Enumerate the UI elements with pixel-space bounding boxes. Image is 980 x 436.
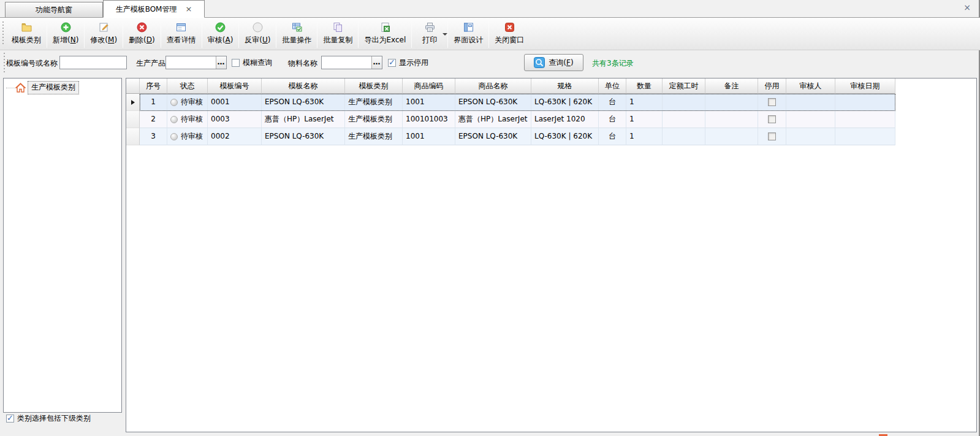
material-filter-label: 物料名称 — [288, 58, 317, 69]
column-header-spec[interactable]: 规格 — [531, 78, 599, 94]
delete-icon — [137, 22, 147, 33]
cell-product_code: 100101003 — [403, 111, 455, 128]
folder-icon — [21, 22, 32, 33]
cell-product_name: EPSON LQ-630K — [455, 128, 531, 145]
cell-disabled — [758, 111, 786, 128]
column-header-audit_date[interactable]: 审核日期 — [835, 78, 895, 94]
include-subcategory-option: 类别选择包括下级类别 — [6, 413, 91, 424]
cell-disabled — [758, 94, 786, 111]
record-count: 共有3条记录 — [592, 58, 634, 69]
show-disabled-checkbox[interactable] — [388, 59, 396, 67]
view-details-button[interactable]: 查看详情 — [161, 19, 202, 48]
batch-copy-button[interactable]: 批量复制 — [317, 19, 358, 48]
cell-status: 待审核 — [167, 94, 208, 111]
cell-audit_date — [835, 94, 895, 111]
search-button-label: 查询(F) — [549, 58, 573, 68]
audit-button[interactable]: 审核(A) — [202, 19, 239, 48]
cell-unit: 台 — [599, 94, 626, 111]
column-header-auditor[interactable]: 审核人 — [786, 78, 835, 94]
cell-auditor — [786, 111, 835, 128]
cell-product_code: 1001 — [403, 94, 455, 111]
tab-function-nav[interactable]: 功能导航窗 — [5, 2, 103, 17]
grid-corner-cell — [126, 78, 140, 94]
ui-design-icon — [463, 22, 474, 33]
material-lookup-button[interactable]: … — [371, 56, 382, 69]
grid-body: 1待审核0001EPSON LQ-630K生产模板类别1001EPSON LQ-… — [126, 94, 976, 145]
tab-bom-management[interactable]: 生产模板BOM管理× — [103, 0, 205, 18]
add-button[interactable]: 新增(N) — [47, 19, 84, 48]
table-row[interactable]: 2待审核0003惠普（HP）LaserJet生产模板类别100101003惠普（… — [126, 111, 976, 128]
home-icon — [15, 83, 26, 93]
column-header-category[interactable]: 模板类别 — [345, 78, 403, 94]
show-disabled-label: 显示停用 — [399, 58, 428, 68]
cell-seq: 2 — [140, 111, 167, 128]
disabled-checkbox — [768, 98, 776, 106]
cell-qty: 1 — [626, 94, 663, 111]
product-filter-input[interactable] — [166, 56, 216, 69]
filter-bar: 模板编号或名称 生产产品 … 模糊查询 物料名称 … 显示停用 查询(F) 共有… — [0, 50, 980, 75]
batch-operation-button[interactable]: 批量操作 — [276, 19, 317, 48]
status-pending-icon — [170, 99, 178, 106]
unaudit-icon — [253, 22, 263, 33]
delete-button[interactable]: 删除(D) — [123, 19, 161, 48]
unaudit-button[interactable]: 反审(U) — [239, 19, 276, 48]
cell-code: 0001 — [208, 94, 262, 111]
table-row[interactable]: 3待审核0002EPSON LQ-630K生产模板类别1001EPSON LQ-… — [126, 128, 976, 145]
tree-connector — [6, 88, 15, 88]
disabled-checkbox — [768, 132, 776, 140]
toolbar-grip[interactable] — [1, 21, 5, 46]
cell-name: EPSON LQ-630K — [262, 128, 345, 145]
column-header-qty[interactable]: 数量 — [626, 78, 663, 94]
cell-spec: LQ-630K | 620K — [531, 94, 599, 111]
column-header-seq[interactable]: 序号 — [140, 78, 167, 94]
table-row[interactable]: 1待审核0001EPSON LQ-630K生产模板类别1001EPSON LQ-… — [126, 94, 976, 111]
product-filter-combo: … — [165, 56, 227, 69]
search-button[interactable]: 查询(F) — [524, 54, 583, 71]
tab-bom-management-label: 生产模板BOM管理 — [116, 5, 177, 13]
column-header-unit[interactable]: 单位 — [599, 78, 626, 94]
cell-spec: LaserJet 1020 — [531, 111, 599, 128]
tab-function-nav-label: 功能导航窗 — [36, 6, 72, 14]
export-excel-button[interactable]: 导出为Excel — [359, 19, 411, 48]
column-header-disabled[interactable]: 停用 — [758, 78, 786, 94]
cell-seq: 3 — [140, 128, 167, 145]
column-header-product_code[interactable]: 商品编码 — [403, 78, 455, 94]
fuzzy-search-option: 模糊查询 — [232, 58, 272, 68]
fuzzy-search-checkbox[interactable] — [232, 59, 240, 67]
print-button[interactable]: 打印 — [412, 19, 447, 48]
column-header-hours[interactable]: 定额工时 — [663, 78, 705, 94]
column-header-remark[interactable]: 备注 — [705, 78, 758, 94]
cell-code: 0003 — [208, 111, 262, 128]
print-dropdown-caret[interactable] — [443, 33, 447, 36]
template-category-button[interactable]: 模板类别 — [6, 19, 47, 48]
column-header-name[interactable]: 模板名称 — [262, 78, 345, 94]
ui-design-button[interactable]: 界面设计 — [448, 19, 488, 48]
window-close-icon[interactable]: × — [961, 1, 973, 13]
batch-copy-icon — [333, 22, 343, 33]
close-window-button[interactable]: 关闭窗口 — [489, 19, 530, 48]
column-header-code[interactable]: 模板编号 — [208, 78, 262, 94]
column-header-product_name[interactable]: 商品名称 — [455, 78, 531, 94]
tree-item-root-category[interactable]: 生产模板类别 — [6, 81, 121, 94]
tab-close-icon[interactable]: × — [185, 4, 192, 13]
batch-operation-icon — [292, 22, 302, 33]
toolbar: 模板类别 新增(N) 修改(M) 删除(D) 查看详情 审核(A) 反审(U) … — [0, 17, 980, 50]
edit-icon — [99, 22, 109, 33]
cell-auditor — [786, 128, 835, 145]
material-filter-input[interactable] — [322, 56, 371, 69]
cell-product_name: 惠普（HP）LaserJet — [455, 111, 531, 128]
cell-audit_date — [835, 111, 895, 128]
print-icon — [425, 22, 435, 33]
cell-seq: 1 — [140, 94, 167, 111]
bom-grid-panel: 序号状态模板编号模板名称模板类别商品编码商品名称规格单位数量定额工时备注停用审核… — [126, 78, 977, 432]
column-header-status[interactable]: 状态 — [167, 78, 208, 94]
edit-button[interactable]: 修改(M) — [85, 19, 123, 48]
cell-name: EPSON LQ-630K — [262, 94, 345, 111]
template-filter-input[interactable] — [59, 56, 127, 69]
product-lookup-button[interactable]: … — [216, 56, 226, 69]
cell-category: 生产模板类别 — [345, 128, 403, 145]
cell-qty: 1 — [626, 128, 663, 145]
include-subcategory-checkbox[interactable] — [6, 415, 14, 423]
disabled-checkbox — [768, 115, 776, 123]
cell-spec: LQ-630K | 620K — [531, 128, 599, 145]
